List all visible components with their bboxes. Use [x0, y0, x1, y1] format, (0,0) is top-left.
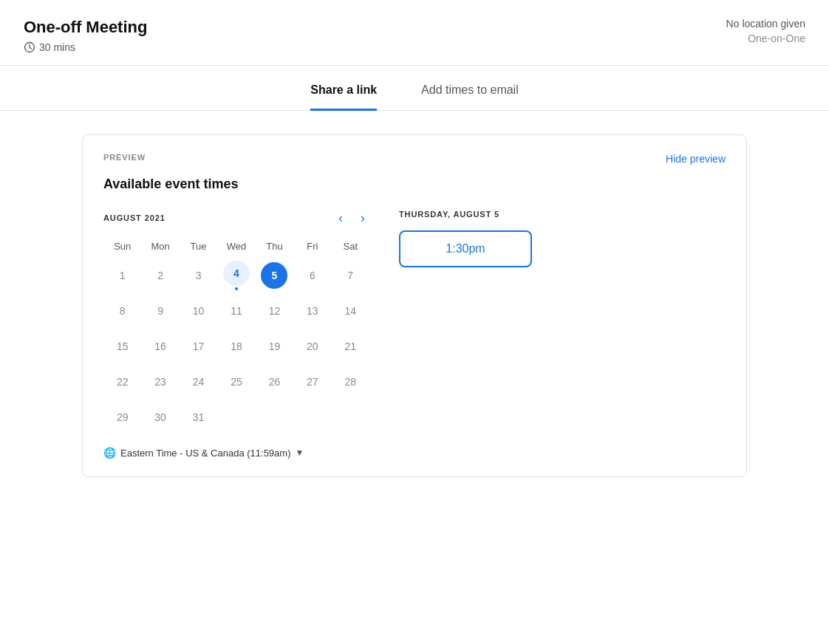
prev-month-button[interactable]: ‹: [334, 210, 347, 226]
duration-text: 30 mins: [39, 41, 75, 53]
day-header-mon: Mon: [141, 238, 179, 255]
header-right: No location given One-on-One: [726, 18, 805, 44]
day-empty-4: [332, 402, 369, 432]
meeting-duration: 30 mins: [24, 41, 147, 53]
hide-preview-button[interactable]: Hide preview: [666, 153, 726, 165]
header-left: One-off Meeting 30 mins: [24, 18, 147, 53]
day-7: 7: [332, 261, 369, 290]
day-14: 14: [332, 296, 369, 326]
meeting-type-text: One-on-One: [726, 32, 805, 44]
day-29: 29: [103, 402, 141, 432]
day-header-sat: Sat: [332, 238, 369, 255]
day-12: 12: [256, 296, 293, 326]
day-22: 22: [103, 367, 141, 397]
day-24: 24: [180, 367, 217, 397]
day-1: 1: [103, 261, 141, 290]
day-27: 27: [293, 367, 331, 397]
globe-icon: 🌐: [103, 447, 116, 459]
time-slot-130pm[interactable]: 1:30pm: [399, 230, 532, 267]
clock-icon: [24, 41, 35, 53]
day-11: 11: [217, 296, 255, 326]
day-18: 18: [217, 332, 255, 361]
day-20: 20: [293, 332, 331, 361]
day-6: 6: [293, 261, 331, 290]
day-9: 9: [141, 296, 179, 326]
timezone-selector[interactable]: 🌐 Eastern Time - US & Canada (11:59am) ▼: [103, 447, 369, 459]
day-13: 13: [293, 296, 331, 326]
day-21: 21: [332, 332, 369, 361]
available-times-title: Available event times: [103, 177, 726, 192]
day-headers: Sun Mon Tue Wed Thu Fri Sat: [103, 238, 369, 255]
calendar-section: AUGUST 2021 ‹ › Sun Mon Tue Wed Thu Fri: [103, 210, 726, 459]
day-empty-1: [217, 402, 255, 432]
day-header-tue: Tue: [180, 238, 217, 255]
day-28: 28: [332, 367, 369, 397]
day-23: 23: [141, 367, 179, 397]
calendar: AUGUST 2021 ‹ › Sun Mon Tue Wed Thu Fri: [103, 210, 369, 459]
calendar-nav-buttons: ‹ ›: [334, 210, 369, 226]
day-header-sun: Sun: [103, 238, 141, 255]
day-17: 17: [180, 332, 217, 361]
page-header: One-off Meeting 30 mins No location give…: [0, 0, 829, 66]
timezone-text: Eastern Time - US & Canada (11:59am): [120, 448, 291, 459]
next-month-button[interactable]: ›: [356, 210, 369, 226]
meeting-title: One-off Meeting: [24, 18, 147, 37]
day-16: 16: [141, 332, 179, 361]
day-19: 19: [256, 332, 293, 361]
tab-share-link[interactable]: Share a link: [310, 83, 377, 111]
day-4[interactable]: 4: [217, 261, 255, 290]
month-year-label: AUGUST 2021: [103, 213, 334, 222]
tabs-container: Share a link Add times to email: [0, 66, 829, 111]
day-31: 31: [180, 402, 217, 432]
location-text: No location given: [726, 18, 805, 30]
preview-label: PREVIEW: [103, 153, 726, 162]
selected-date-label: THURSDAY, AUGUST 5: [399, 210, 532, 219]
day-2: 2: [141, 261, 179, 290]
day-header-fri: Fri: [293, 238, 331, 255]
day-header-wed: Wed: [217, 238, 255, 255]
day-26: 26: [256, 367, 293, 397]
day-3: 3: [180, 261, 217, 290]
day-30: 30: [141, 402, 179, 432]
day-25: 25: [217, 367, 255, 397]
preview-card: PREVIEW Hide preview Available event tim…: [82, 134, 747, 477]
day-empty-2: [256, 402, 293, 432]
day-5[interactable]: 5: [256, 261, 293, 290]
tab-add-times[interactable]: Add times to email: [421, 83, 519, 111]
day-header-thu: Thu: [256, 238, 293, 255]
day-10: 10: [180, 296, 217, 326]
day-8: 8: [103, 296, 141, 326]
day-empty-3: [293, 402, 331, 432]
calendar-grid: Sun Mon Tue Wed Thu Fri Sat 1 2 3: [103, 238, 369, 432]
calendar-nav: AUGUST 2021 ‹ ›: [103, 210, 369, 226]
main-content: PREVIEW Hide preview Available event tim…: [0, 111, 829, 501]
timezone-chevron-icon: ▼: [296, 448, 304, 458]
day-15: 15: [103, 332, 141, 361]
days-grid: 1 2 3 4 5 6 7: [103, 261, 369, 432]
time-slots-panel: THURSDAY, AUGUST 5 1:30pm: [399, 210, 532, 275]
